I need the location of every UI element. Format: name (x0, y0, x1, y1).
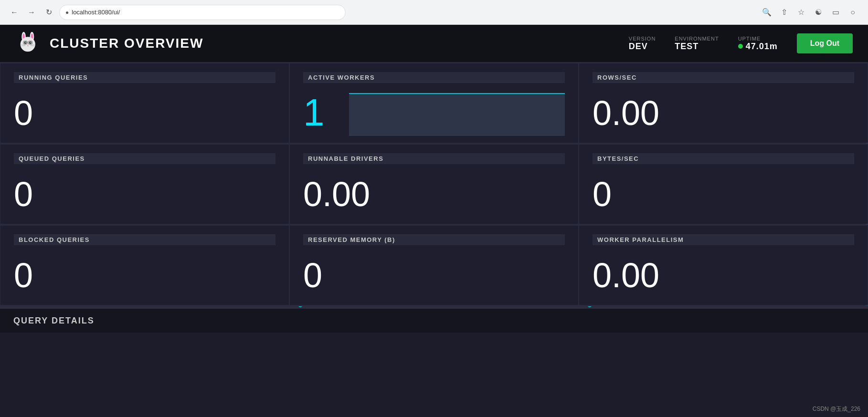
uptime-info: UPTIME 47.01m (738, 36, 778, 52)
metric-value-active-workers: 1 (303, 94, 341, 132)
share-button[interactable]: ⇧ (776, 5, 792, 20)
sidebar-button[interactable]: ▭ (828, 5, 843, 20)
metric-card-runnable-drivers: RUNNABLE DRIVERS 0.00 (289, 144, 579, 225)
page-title: CLUSTER OVERVIEW (50, 36, 203, 51)
metric-card-rows-sec: ROWS/SEC 0.00 (579, 63, 868, 144)
browser-chrome: ← → ↻ ● localhost:8080/ui/ 🔍 ⇧ ☆ ☯ ▭ ○ (0, 0, 868, 25)
metric-card-blocked-queries: BLOCKED QUERIES 0 (0, 225, 289, 306)
metrics-grid: RUNNING QUERIES 0 ACTIVE WORKERS 1 ROWS/… (0, 63, 868, 308)
profile-button[interactable]: ○ (845, 5, 860, 20)
metric-bottom-line-runnable-drivers (276, 224, 592, 225)
bookmark-button[interactable]: ☆ (794, 5, 809, 20)
lock-icon: ● (65, 9, 69, 16)
metric-value-queued-queries: 0 (14, 173, 275, 219)
metric-label-rows-sec: ROWS/SEC (593, 72, 854, 83)
environment-info: ENVIRONMENT TEST (675, 36, 719, 52)
metric-card-active-workers: ACTIVE WORKERS 1 (289, 63, 579, 144)
metric-bottom-line-rows-sec (566, 143, 868, 144)
rabbit-logo (16, 31, 41, 56)
metric-label-bytes-sec: BYTES/SEC (593, 153, 854, 164)
workers-bar-chart (349, 93, 565, 136)
metric-card-queued-queries: QUEUED QUERIES 0 (0, 144, 289, 225)
uptime-value: 47.01m (738, 42, 778, 52)
environment-label: ENVIRONMENT (675, 36, 719, 42)
metric-value-running-queries: 0 (14, 92, 275, 138)
metric-value-worker-parallelism: 0.00 (593, 254, 854, 300)
metric-card-reserved-memory: RESERVED MEMORY (B) 0 (289, 225, 579, 306)
logo-area: CLUSTER OVERVIEW (15, 30, 629, 57)
metric-bottom-line-running-queries (0, 143, 302, 144)
metric-value-reserved-memory: 0 (303, 254, 565, 300)
metric-bottom-line-active-workers (276, 143, 592, 144)
metric-bottom-line-bytes-sec (566, 224, 868, 225)
attribution: CSDN @玉成_226 (813, 405, 860, 413)
back-button[interactable]: ← (8, 6, 21, 19)
version-info: VERSION DEV (629, 36, 656, 52)
uptime-time: 47.01m (746, 42, 778, 52)
browser-actions: 🔍 ⇧ ☆ ☯ ▭ ○ (759, 5, 860, 20)
reload-button[interactable]: ↻ (42, 6, 55, 19)
metric-label-runnable-drivers: RUNNABLE DRIVERS (303, 153, 565, 164)
uptime-label: UPTIME (738, 36, 761, 42)
app-container: CLUSTER OVERVIEW VERSION DEV ENVIRONMENT… (0, 25, 868, 417)
app-header: CLUSTER OVERVIEW VERSION DEV ENVIRONMENT… (0, 25, 868, 63)
svg-point-9 (27, 44, 29, 46)
metric-value-bytes-sec: 0 (593, 173, 854, 219)
metric-value-runnable-drivers: 0.00 (303, 173, 565, 219)
metric-bottom-line-worker-parallelism (566, 305, 868, 306)
metric-value-blocked-queries: 0 (14, 254, 275, 300)
metric-value-rows-sec: 0.00 (593, 92, 854, 138)
metric-bottom-line-blocked-queries (0, 305, 302, 306)
metric-label-running-queries: RUNNING QUERIES (14, 72, 275, 83)
metric-label-worker-parallelism: WORKER PARALLELISM (593, 234, 854, 245)
metric-bottom-line-reserved-memory (276, 305, 592, 306)
zoom-button[interactable]: 🔍 (759, 5, 774, 20)
url-text: localhost:8080/ui/ (72, 9, 120, 16)
environment-value: TEST (675, 42, 699, 52)
svg-point-7 (25, 42, 26, 43)
version-label: VERSION (629, 36, 656, 42)
forward-button[interactable]: → (25, 6, 38, 19)
metric-card-running-queries: RUNNING QUERIES 0 (0, 63, 289, 144)
header-info: VERSION DEV ENVIRONMENT TEST UPTIME 47.0… (629, 36, 778, 52)
logout-button[interactable]: Log Out (797, 33, 853, 53)
extension-button[interactable]: ☯ (811, 5, 826, 20)
address-bar[interactable]: ● localhost:8080/ui/ (59, 5, 346, 20)
svg-point-4 (21, 37, 35, 52)
logo-icon (15, 30, 42, 57)
uptime-dot (738, 44, 743, 49)
metric-card-worker-parallelism: WORKER PARALLELISM 0.00 (579, 225, 868, 306)
query-details-bar: QUERY DETAILS (0, 308, 868, 333)
metric-label-queued-queries: QUEUED QUERIES (14, 153, 275, 164)
svg-point-8 (30, 42, 31, 43)
metric-card-bytes-sec: BYTES/SEC 0 (579, 144, 868, 225)
version-value: DEV (629, 42, 648, 52)
metric-bottom-line-queued-queries (0, 224, 302, 225)
active-workers-content: 1 (303, 87, 565, 138)
query-details-label: QUERY DETAILS (13, 316, 95, 326)
metric-label-active-workers: ACTIVE WORKERS (303, 72, 565, 83)
metric-label-blocked-queries: BLOCKED QUERIES (14, 234, 275, 245)
metric-label-reserved-memory: RESERVED MEMORY (B) (303, 234, 565, 245)
